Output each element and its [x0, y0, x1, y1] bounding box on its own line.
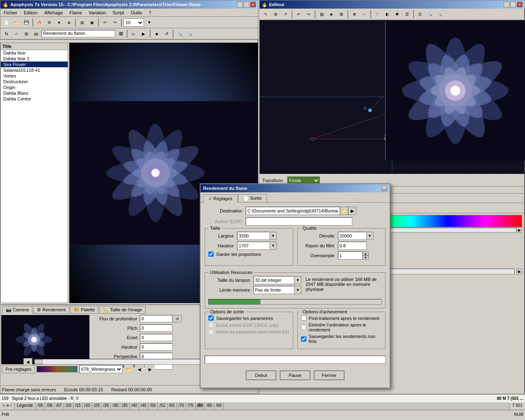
minimize-button[interactable]: _ — [237, 2, 243, 7]
tab-rendement[interactable]: ⚙ Rendement — [33, 306, 69, 314]
menu-affichage[interactable]: Affichage — [43, 10, 65, 16]
menu-flame[interactable]: Flame — [68, 10, 84, 16]
rayon-input[interactable] — [338, 242, 367, 250]
timeline-tab-85[interactable]: /85 — [205, 403, 214, 410]
timeline-tab-70[interactable]: /70 — [177, 403, 186, 410]
tool-check[interactable]: ✓ — [12, 29, 21, 38]
new-btn[interactable]: 📄 — [2, 18, 11, 27]
timeline-tab-10[interactable]: /10 — [64, 403, 73, 410]
list-item-vortex[interactable]: Vortex — [1, 73, 68, 79]
densite-input[interactable] — [338, 232, 367, 240]
oversample-down[interactable]: ▼ — [363, 256, 369, 260]
browse-btn[interactable]: ▶ — [348, 207, 356, 215]
post-traitement-checkbox[interactable] — [301, 315, 306, 321]
sauvegarder-non-finis-checkbox[interactable] — [301, 336, 306, 342]
iter-arrow[interactable]: ▼ — [145, 18, 154, 27]
ed-t5[interactable]: ↔ — [360, 10, 369, 19]
ed-tool1[interactable]: ↖ — [261, 10, 270, 19]
timeline-tab-52[interactable]: /52 — [158, 403, 167, 410]
tool-img[interactable]: 🖼 — [116, 29, 125, 38]
tab-taille[interactable]: 📐 Taille de l'image — [99, 306, 146, 314]
ed-undo[interactable]: ↩ — [294, 10, 303, 19]
editor-maximize[interactable]: □ — [510, 2, 516, 7]
tampon-arrow[interactable]: ▼ — [294, 276, 301, 284]
timeline-tab-15[interactable]: /15 — [73, 403, 83, 410]
hauteur-arrow[interactable]: ▼ — [269, 242, 277, 250]
dialog-tab-sortie[interactable]: 📄 Sortie — [238, 194, 267, 202]
tampon-input[interactable] — [253, 276, 294, 284]
ed-t2[interactable]: ◈ — [327, 10, 336, 19]
list-item-origin[interactable]: Origin — [1, 84, 68, 90]
inclure-params-checkbox[interactable] — [208, 329, 214, 335]
memoire-input[interactable] — [253, 286, 294, 294]
pause-button[interactable]: Pause — [280, 370, 310, 380]
list-item-dahlia-blanc[interactable]: Dahlia Blanc — [1, 90, 68, 96]
tab-camera[interactable]: 📷 Camera — [2, 306, 32, 314]
tool6[interactable]: ▣ — [87, 18, 96, 27]
timeline-tab-50[interactable]: /50 — [148, 403, 158, 410]
densite-arrow[interactable]: ▼ — [366, 232, 374, 240]
ed-tool3[interactable]: ↗ — [281, 10, 290, 19]
menu-edition[interactable]: Edition — [22, 10, 39, 16]
list-item-dahlia-noir[interactable]: Dahlia Noir — [1, 50, 68, 56]
sauvegarder-params-checkbox[interactable] — [208, 315, 214, 321]
dialog-close-btn[interactable]: × — [381, 185, 387, 191]
timeline-tab-20[interactable]: /20 — [83, 403, 92, 410]
zoom-out[interactable]: 🔍 — [185, 29, 194, 38]
ed-t6[interactable]: ↑ — [373, 10, 382, 19]
destination-input[interactable] — [246, 207, 340, 215]
tool-apo[interactable]: gg — [32, 29, 41, 38]
maximize-button[interactable]: □ — [244, 2, 249, 7]
save-btn[interactable]: 💾 — [22, 18, 31, 27]
timeline-tab-90[interactable]: /90 — [214, 403, 224, 410]
oversample-up[interactable]: ▲ — [363, 251, 369, 256]
ed-t9[interactable]: ☰ — [402, 10, 411, 19]
flou-input[interactable] — [140, 315, 173, 322]
preset-next-btn[interactable]: ▶ — [146, 365, 155, 374]
timeline-tab-55[interactable]: /55 — [167, 403, 177, 410]
timeline-tab-25[interactable]: /25 — [92, 403, 102, 410]
timeline-tab-40[interactable]: /40 — [130, 403, 139, 410]
ed-t8[interactable]: ✱ — [393, 10, 402, 19]
timeline-tab-80[interactable]: /80 — [196, 403, 205, 410]
ed-t10[interactable]: ⊡ — [415, 10, 425, 19]
list-item-satania[interactable]: Satania101118-41 — [1, 67, 68, 73]
flou-reset[interactable]: ↺ — [173, 315, 182, 322]
ed-t1[interactable]: ▤ — [317, 10, 326, 19]
debut-button[interactable]: Debut — [246, 370, 276, 380]
tool1[interactable]: 🔥 — [35, 18, 44, 27]
eteindre-checkbox[interactable] — [301, 325, 306, 330]
tool-play2[interactable]: ▶ — [139, 29, 148, 38]
timeline-tab-30[interactable]: /30 — [111, 403, 120, 410]
dialog-tab-reglages[interactable]: ✓ Reglages — [203, 194, 238, 203]
largeur-arrow[interactable]: ▼ — [269, 232, 277, 240]
list-item-sea-flower[interactable]: Sea Flower — [1, 62, 68, 67]
timeline-tab-35[interactable]: /35 — [120, 403, 130, 410]
ed-t4[interactable]: ⊕ — [350, 10, 359, 19]
ed-t7[interactable]: ◐ — [383, 10, 392, 19]
timeline-tab-legende-label[interactable]: Légende — [14, 403, 36, 410]
pre-reglages-btn[interactable]: Pre-reglages — [2, 365, 35, 373]
editor-minimize[interactable]: _ — [504, 2, 509, 7]
menu-outils[interactable]: Outils — [129, 10, 144, 16]
iteration-select[interactable]: 10 — [123, 18, 144, 27]
ed-t12[interactable]: 🔍 — [435, 10, 444, 19]
oversample-input[interactable] — [338, 251, 363, 260]
menu-fichier[interactable]: Fichier — [2, 10, 19, 16]
timeline-tab-45[interactable]: /45 — [139, 403, 148, 410]
editor-close[interactable]: × — [517, 2, 523, 7]
ed-t11[interactable]: 🔍 — [425, 10, 434, 19]
hauteur-input[interactable] — [140, 343, 173, 351]
timeline-tab-06[interactable]: /06 — [45, 403, 55, 410]
fermer-button[interactable]: Fermer — [314, 370, 345, 380]
undo-btn[interactable]: ↩ — [100, 18, 110, 27]
timeline-tab-07[interactable]: /07 — [55, 403, 64, 410]
pitch-input[interactable] — [140, 324, 173, 332]
tool-refresh[interactable]: ↺ — [162, 29, 171, 38]
timeline-tab-75[interactable]: /75 — [186, 403, 196, 410]
list-item-dahlia-noir-2[interactable]: Dahlia Noir 2 — [1, 56, 68, 62]
auteur-input[interactable] — [246, 217, 352, 226]
ed-tool2[interactable]: ⊕ — [271, 10, 280, 19]
menu-help[interactable]: ? — [147, 10, 153, 16]
tool5[interactable]: ▤ — [78, 18, 87, 27]
